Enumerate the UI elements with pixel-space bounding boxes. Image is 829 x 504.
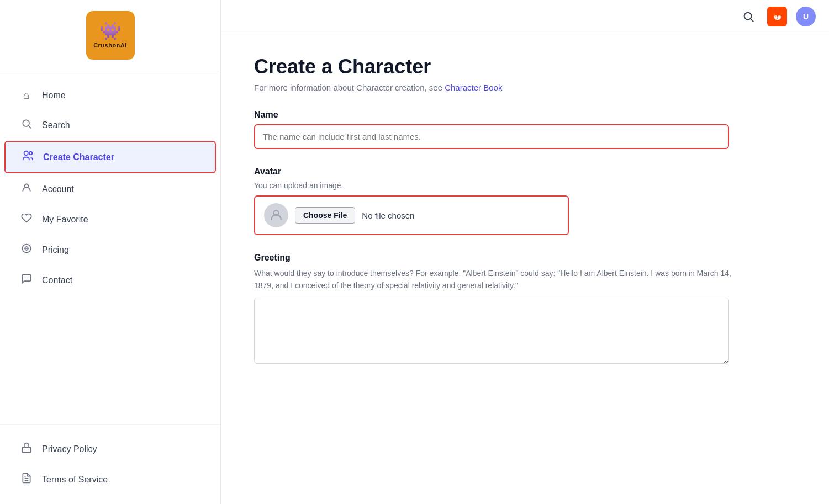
sidebar-item-account[interactable]: Account	[4, 174, 216, 204]
svg-point-9	[744, 12, 752, 19]
svg-point-3	[29, 152, 33, 155]
search-topbar-button[interactable]	[738, 7, 758, 26]
character-book-link[interactable]: Character Book	[445, 83, 502, 92]
avatar-section: Avatar You can upload an image. Choose F…	[254, 167, 740, 235]
name-label: Name	[254, 110, 740, 120]
greeting-label: Greeting	[254, 253, 740, 263]
avatar-label: Avatar	[254, 167, 740, 177]
svg-point-2	[24, 151, 28, 155]
svg-line-1	[29, 126, 31, 129]
greeting-section: Greeting What would they say to introduc…	[254, 253, 740, 366]
avatar-upload-area: Choose File No file chosen	[254, 195, 569, 235]
main-content: U Create a Character For more informatio…	[221, 0, 829, 504]
sidebar-item-label: My Favorite	[42, 215, 88, 225]
logo-text: CrushonAI	[93, 42, 127, 49]
sidebar-item-label: Create Character	[43, 152, 114, 162]
logo-box[interactable]: 👾 CrushonAI	[86, 11, 135, 60]
sidebar-item-contact[interactable]: Contact	[4, 266, 216, 295]
logo-icon: 👾	[99, 22, 122, 40]
sidebar-item-privacy-policy[interactable]: Privacy Policy	[4, 434, 216, 464]
name-section: Name	[254, 110, 740, 149]
svg-rect-6	[23, 447, 31, 452]
create-character-icon	[21, 150, 34, 165]
sidebar-item-label: Search	[42, 120, 70, 130]
page-subtitle-text: For more information about Character cre…	[254, 83, 445, 92]
avatar-preview	[264, 203, 288, 227]
sidebar-item-label: Pricing	[42, 245, 69, 255]
greeting-textarea[interactable]	[254, 298, 729, 364]
svg-line-10	[751, 19, 753, 22]
sidebar-item-label: Account	[42, 184, 74, 194]
nav-bottom: Privacy Policy Terms of Service	[0, 424, 220, 504]
page-title: Create a Character	[254, 55, 740, 78]
sidebar-item-terms-of-service[interactable]: Terms of Service	[4, 465, 216, 494]
page-subtitle: For more information about Character cre…	[254, 83, 740, 92]
sidebar-item-label: Contact	[42, 275, 72, 285]
sidebar: 👾 CrushonAI ⌂ Home Search Create Charact…	[0, 0, 221, 504]
nav-items: ⌂ Home Search Create Character Account	[0, 71, 220, 424]
pricing-icon	[20, 243, 33, 257]
sidebar-item-label: Privacy Policy	[42, 444, 97, 454]
sidebar-logo: 👾 CrushonAI	[0, 0, 220, 71]
sidebar-item-home[interactable]: ⌂ Home	[4, 81, 216, 109]
user-avatar[interactable]: U	[796, 7, 816, 26]
greeting-desc: What would they say to introduce themsel…	[254, 267, 740, 292]
avatar-desc: You can upload an image.	[254, 181, 740, 190]
favorite-icon	[20, 213, 33, 226]
sidebar-item-create-character[interactable]: Create Character	[4, 141, 216, 173]
home-icon: ⌂	[20, 89, 33, 102]
choose-file-button[interactable]: Choose File	[295, 207, 355, 224]
reddit-button[interactable]	[767, 7, 787, 26]
contact-icon	[20, 273, 33, 287]
page-content: Create a Character For more information …	[221, 33, 773, 417]
name-input[interactable]	[254, 124, 729, 149]
lock-icon	[20, 442, 33, 456]
sidebar-item-pricing[interactable]: Pricing	[4, 235, 216, 264]
no-file-text: No file chosen	[362, 211, 414, 220]
svg-point-0	[23, 120, 29, 126]
sidebar-item-my-favorite[interactable]: My Favorite	[4, 205, 216, 234]
topbar: U	[221, 0, 829, 33]
sidebar-item-label: Terms of Service	[42, 475, 108, 485]
search-icon	[20, 118, 33, 132]
document-icon	[20, 473, 33, 486]
sidebar-item-label: Home	[42, 91, 66, 100]
sidebar-item-search[interactable]: Search	[4, 110, 216, 140]
account-icon	[20, 182, 33, 196]
